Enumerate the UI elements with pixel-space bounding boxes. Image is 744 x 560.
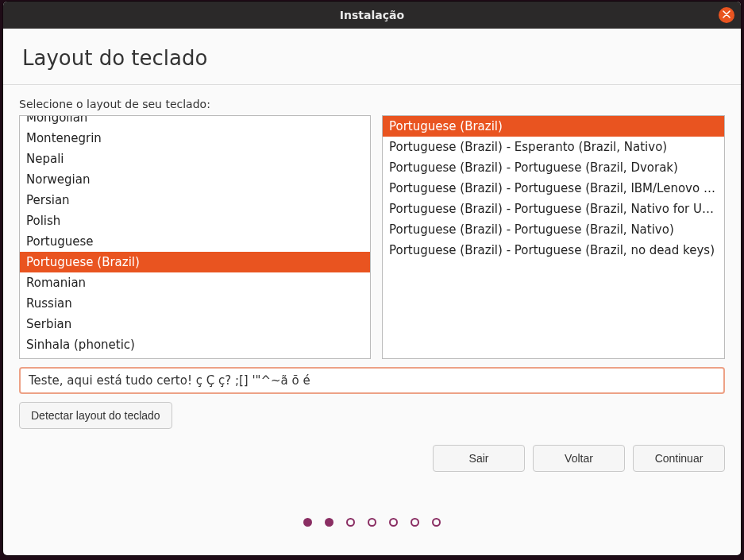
progress-dot — [368, 518, 376, 527]
variant-listbox[interactable]: Portuguese (Brazil)Portuguese (Brazil) -… — [382, 115, 725, 359]
list-item[interactable]: Portuguese (Brazil) - Portuguese (Brazil… — [383, 178, 724, 199]
list-item[interactable]: Romanian — [20, 272, 370, 293]
list-item[interactable]: Mongolian — [20, 115, 370, 128]
list-item[interactable]: Portuguese — [20, 231, 370, 252]
list-item[interactable]: Nepali — [20, 149, 370, 169]
language-listbox[interactable]: MongolianMontenegrinNepaliNorwegianPersi… — [19, 115, 371, 359]
detect-layout-button[interactable]: Detectar layout do teclado — [19, 402, 172, 429]
list-item[interactable]: Serbian — [20, 314, 370, 334]
layout-lists: MongolianMontenegrinNepaliNorwegianPersi… — [19, 115, 725, 359]
keyboard-test-input[interactable] — [19, 367, 725, 394]
progress-dot — [432, 518, 441, 527]
close-button[interactable] — [719, 7, 734, 23]
page-title: Layout do teclado — [22, 46, 722, 70]
continue-button[interactable]: Continuar — [633, 445, 725, 472]
list-item[interactable]: Slovak — [20, 355, 370, 359]
content: Selecione o layout de seu teclado: Mongo… — [3, 85, 741, 429]
quit-button[interactable]: Sair — [433, 445, 525, 472]
footer-buttons: Sair Voltar Continuar — [3, 429, 741, 472]
close-icon — [723, 10, 731, 21]
progress-dot — [325, 518, 333, 527]
list-item[interactable]: Polish — [20, 210, 370, 231]
list-item[interactable]: Persian — [20, 190, 370, 210]
window-title: Instalação — [340, 9, 404, 21]
list-item[interactable]: Portuguese (Brazil) - Portuguese (Brazil… — [383, 240, 724, 261]
header: Layout do teclado — [3, 29, 741, 85]
list-item[interactable]: Portuguese (Brazil) - Portuguese (Brazil… — [383, 199, 724, 219]
list-item[interactable]: Portuguese (Brazil) - Portuguese (Brazil… — [383, 219, 724, 240]
titlebar: Instalação — [3, 2, 741, 29]
list-item[interactable]: Portuguese (Brazil) - Portuguese (Brazil… — [383, 157, 724, 178]
list-item[interactable]: Sinhala (phonetic) — [20, 334, 370, 355]
progress-dots — [3, 518, 741, 527]
installer-window: Instalação Layout do teclado Selecione o… — [3, 2, 741, 555]
back-button[interactable]: Voltar — [533, 445, 625, 472]
progress-dot — [389, 518, 398, 527]
list-item[interactable]: Portuguese (Brazil) - Esperanto (Brazil,… — [383, 137, 724, 157]
layout-select-label: Selecione o layout de seu teclado: — [19, 98, 725, 110]
list-item[interactable]: Norwegian — [20, 169, 370, 190]
progress-dot — [411, 518, 419, 527]
list-item[interactable]: Portuguese (Brazil) — [383, 116, 724, 137]
list-item[interactable]: Portuguese (Brazil) — [20, 252, 370, 272]
progress-dot — [346, 518, 355, 527]
list-item[interactable]: Montenegrin — [20, 128, 370, 149]
progress-dot — [303, 518, 312, 527]
list-item[interactable]: Russian — [20, 293, 370, 314]
